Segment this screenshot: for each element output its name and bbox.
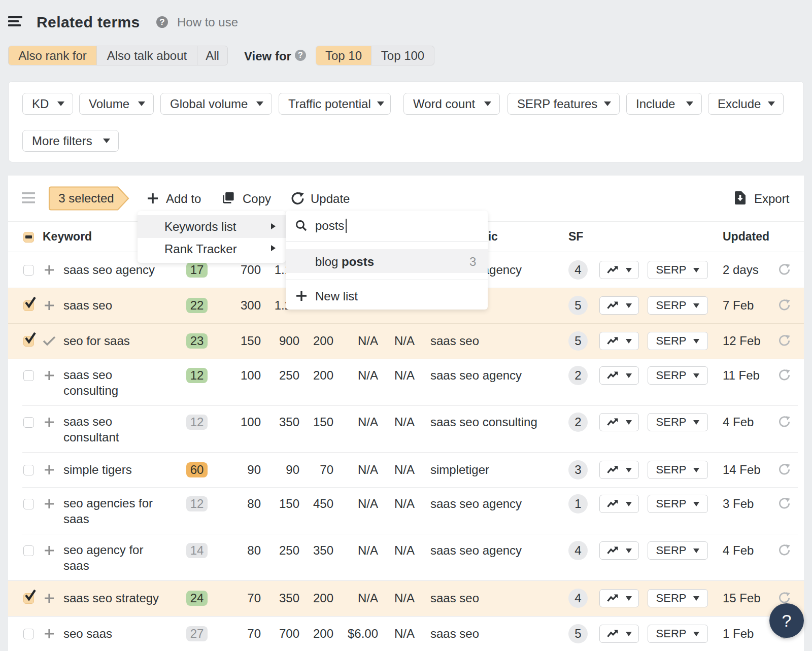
svg-text:3 selected: 3 selected (58, 191, 114, 205)
